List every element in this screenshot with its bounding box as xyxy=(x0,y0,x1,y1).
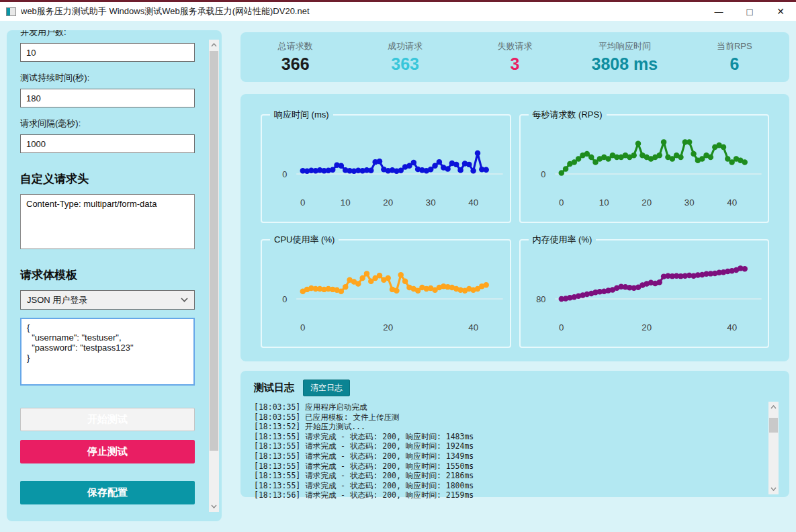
duration-input[interactable] xyxy=(20,89,195,107)
memory-usage-chart: 内存使用率 (%) 8002040 xyxy=(519,239,770,348)
svg-text:40: 40 xyxy=(727,322,737,332)
stat-current-rps: 当前RPS 6 xyxy=(680,32,789,82)
rps-chart: 每秒请求数 (RPS) 0010203040 xyxy=(519,114,770,223)
stat-value: 363 xyxy=(391,54,419,74)
maximize-button[interactable]: □ xyxy=(734,2,765,21)
scroll-up-icon[interactable] xyxy=(209,40,219,50)
svg-text:0: 0 xyxy=(300,197,305,208)
window-title: web服务压力测试助手 Windows测试Web服务承载压力(网站性能)DV20… xyxy=(21,5,703,17)
response-time-chart: 响应时间 (ms) 0010203040 xyxy=(261,114,511,223)
config-sidebar: 并发用户数: 测试持续时间(秒): 请求间隔(毫秒): 自定义请求头 Conte… xyxy=(7,30,222,521)
request-body-textarea[interactable]: { "username": "testuser", "password": "t… xyxy=(20,318,195,386)
chart-canvas: 002040 xyxy=(262,240,510,347)
svg-text:30: 30 xyxy=(426,197,436,208)
scroll-down-icon[interactable] xyxy=(768,484,779,494)
duration-label: 测试持续时间(秒): xyxy=(20,72,195,84)
sidebar-scrollbar[interactable] xyxy=(209,40,219,512)
interval-input[interactable] xyxy=(20,134,195,153)
concurrent-users-label: 并发用户数: xyxy=(20,30,195,38)
svg-text:20: 20 xyxy=(642,197,652,208)
svg-text:0: 0 xyxy=(559,322,564,332)
stat-avg-response-time: 平均响应时间 3808 ms xyxy=(570,32,679,82)
app-window: { "window": { "title": "web服务压力测试助手 Wind… xyxy=(0,0,796,532)
svg-text:0: 0 xyxy=(282,294,287,304)
chart-canvas: 0010203040 xyxy=(521,116,768,222)
selected-template-label: JSON 用户登录 xyxy=(27,294,181,306)
close-button[interactable]: ✕ xyxy=(765,2,796,21)
chart-canvas: 8002040 xyxy=(521,240,768,347)
chevron-down-icon xyxy=(181,298,188,302)
svg-text:0: 0 xyxy=(300,322,305,332)
log-title: 测试日志 xyxy=(254,382,294,394)
svg-text:0: 0 xyxy=(282,169,287,179)
scroll-down-icon[interactable] xyxy=(209,501,219,512)
body-template-heading: 请求体模板 xyxy=(20,267,195,283)
stat-success-requests: 成功请求 363 xyxy=(350,32,459,82)
clear-log-button[interactable]: 清空日志 xyxy=(303,380,350,396)
svg-text:10: 10 xyxy=(341,197,351,208)
close-icon: ✕ xyxy=(777,6,785,17)
stat-value: 3808 ms xyxy=(592,54,658,74)
stat-failed-requests: 失败请求 3 xyxy=(460,32,570,82)
titlebar: web服务压力测试助手 Windows测试Web服务承载压力(网站性能)DV20… xyxy=(0,0,796,21)
stat-label: 失败请求 xyxy=(498,40,533,52)
stat-total-requests: 总请求数 366 xyxy=(240,32,350,82)
stat-label: 成功请求 xyxy=(388,40,423,52)
stop-test-button[interactable]: 停止测试 xyxy=(20,440,195,463)
log-scrollbar[interactable] xyxy=(768,402,779,494)
minimize-icon: — xyxy=(715,7,723,17)
custom-headers-heading: 自定义请求头 xyxy=(20,171,195,187)
body-template-select[interactable]: JSON 用户登录 xyxy=(20,290,195,310)
chart-canvas: 0010203040 xyxy=(262,116,510,222)
log-panel: 测试日志 清空日志 [18:03:35] 应用程序启动完成 [18:03:55]… xyxy=(240,371,789,497)
maximize-icon: □ xyxy=(746,6,752,17)
svg-text:30: 30 xyxy=(684,197,694,208)
scroll-up-icon[interactable] xyxy=(768,402,779,412)
start-test-button[interactable]: 开始测试 xyxy=(20,408,195,431)
svg-text:0: 0 xyxy=(541,169,545,179)
svg-text:40: 40 xyxy=(468,322,478,332)
interval-label: 请求间隔(毫秒): xyxy=(20,118,195,130)
svg-text:20: 20 xyxy=(383,197,393,208)
svg-text:20: 20 xyxy=(642,322,652,332)
cpu-usage-chart: CPU使用率 (%) 002040 xyxy=(261,239,511,348)
stat-value: 366 xyxy=(281,54,310,74)
log-entries[interactable]: [18:03:35] 应用程序启动完成 [18:03:55] 已应用模板: 文件… xyxy=(254,402,776,500)
stat-label: 平均响应时间 xyxy=(599,40,651,52)
stat-label: 当前RPS xyxy=(717,40,752,52)
log-scrollbar-thumb[interactable] xyxy=(769,418,778,433)
minimize-button[interactable]: — xyxy=(703,2,734,21)
svg-text:10: 10 xyxy=(599,197,609,208)
concurrent-users-input[interactable] xyxy=(20,43,195,62)
svg-text:0: 0 xyxy=(559,197,564,208)
svg-text:40: 40 xyxy=(727,197,737,208)
stat-label: 总请求数 xyxy=(278,40,313,52)
svg-text:40: 40 xyxy=(468,197,478,208)
save-config-button[interactable]: 保存配置 xyxy=(20,481,195,504)
stat-value: 3 xyxy=(511,54,520,74)
stats-panel: 总请求数 366 成功请求 363 失败请求 3 平均响应时间 3808 ms … xyxy=(240,32,789,82)
headers-textarea[interactable]: Content-Type: multipart/form-data xyxy=(20,194,195,249)
svg-text:20: 20 xyxy=(383,322,393,332)
stat-value: 6 xyxy=(729,54,739,74)
svg-text:80: 80 xyxy=(536,294,545,304)
sidebar-scrollbar-thumb[interactable] xyxy=(210,51,218,451)
charts-panel: 响应时间 (ms) 0010203040 每秒请求数 (RPS) 0010203… xyxy=(240,94,789,361)
app-icon xyxy=(6,7,16,16)
